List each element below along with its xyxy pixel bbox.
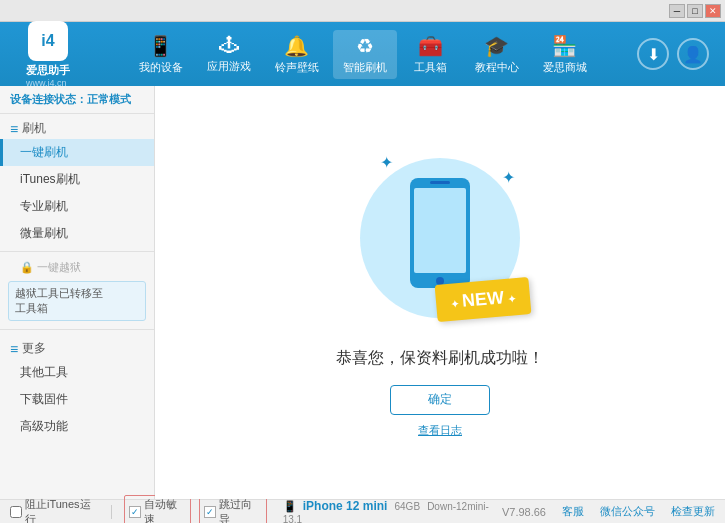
device-icon: 📱	[148, 34, 173, 58]
close-btn[interactable]: ✕	[705, 4, 721, 18]
sidebar: 设备连接状态：正常模式 ≡ 刷机 一键刷机 iTunes刷机 专业刷机 微量刷机…	[0, 86, 155, 499]
sidebar-item-pro-flash[interactable]: 专业刷机	[0, 193, 154, 220]
phone-container: ✦ ✦ NEW	[360, 148, 520, 328]
sparkle1-icon: ✦	[380, 153, 393, 172]
flash-icon: ♻	[356, 34, 374, 58]
titlebar: ─ □ ✕	[0, 0, 725, 22]
svg-rect-1	[414, 188, 466, 273]
nav-apps-games[interactable]: 🕹 应用游戏	[197, 30, 261, 78]
minimize-btn[interactable]: ─	[669, 4, 685, 18]
sidebar-item-advanced[interactable]: 高级功能	[0, 413, 154, 440]
view-log-link[interactable]: 查看日志	[418, 423, 462, 438]
sparkle2-icon: ✦	[502, 168, 515, 187]
confirm-button[interactable]: 确定	[390, 385, 490, 415]
nav-ringtones[interactable]: 🔔 铃声壁纸	[265, 30, 329, 79]
sidebar-item-download-firmware[interactable]: 下载固件	[0, 386, 154, 413]
stop-itunes-checkbox[interactable]	[10, 506, 22, 518]
sidebar-item-itunes-flash[interactable]: iTunes刷机	[0, 166, 154, 193]
device-info: 📱 iPhone 12 mini 64GB Down-12mini-13,1	[283, 499, 502, 524]
divider	[111, 505, 112, 519]
nav-smart-flash[interactable]: ♻ 智能刷机	[333, 30, 397, 79]
sidebar-item-other-tools[interactable]: 其他工具	[0, 359, 154, 386]
ringtone-icon: 🔔	[284, 34, 309, 58]
nav-tutorial[interactable]: 🎓 教程中心	[465, 30, 529, 79]
sidebar-item-wipe-flash[interactable]: 微量刷机	[0, 220, 154, 247]
section-icon: ≡	[10, 121, 18, 137]
nav-mall[interactable]: 🏪 爱思商城	[533, 30, 597, 79]
sidebar-item-one-key-flash[interactable]: 一键刷机	[0, 139, 154, 166]
bottom-right: V7.98.66 客服 微信公众号 检查更新	[502, 504, 715, 519]
toolbox-icon: 🧰	[418, 34, 443, 58]
success-text: 恭喜您，保资料刷机成功啦！	[336, 348, 544, 369]
maximize-btn[interactable]: □	[687, 4, 703, 18]
skip-wizard-checkbox[interactable]	[204, 506, 216, 518]
main: 设备连接状态：正常模式 ≡ 刷机 一键刷机 iTunes刷机 专业刷机 微量刷机…	[0, 86, 725, 499]
content-area: ✦ ✦ NEW 恭喜您，保资料刷机成功啦！ 确定 查看日志	[155, 86, 725, 499]
success-illustration: ✦ ✦ NEW	[360, 148, 520, 328]
sidebar-divider2	[0, 329, 154, 330]
logo[interactable]: i4 爱思助手 www.i4.cn	[8, 21, 88, 88]
bottom-bar: 阻止iTunes运行 自动敏速 跳过向导 📱 iPhone 12 mini 64…	[0, 499, 725, 523]
header-actions: ⬇ 👤	[637, 38, 717, 70]
sidebar-flash-section: ≡ 刷机	[0, 114, 154, 139]
apps-icon: 🕹	[219, 34, 239, 57]
mall-icon: 🏪	[552, 34, 577, 58]
nav: 📱 我的设备 🕹 应用游戏 🔔 铃声壁纸 ♻ 智能刷机 🧰 工具箱 🎓 教程中心…	[88, 30, 637, 79]
sidebar-grayed-jailbreak: 🔒 一键越狱	[0, 256, 154, 277]
auto-flash-checkbox[interactable]	[129, 506, 141, 518]
stop-itunes: 阻止iTunes运行	[10, 497, 99, 524]
sidebar-info-box: 越狱工具已转移至工具箱	[8, 281, 146, 321]
download-btn[interactable]: ⬇	[637, 38, 669, 70]
status-bar: 设备连接状态：正常模式	[0, 86, 154, 114]
new-badge: NEW	[435, 276, 532, 321]
tutorial-icon: 🎓	[484, 34, 509, 58]
nav-my-device[interactable]: 📱 我的设备	[129, 30, 193, 79]
sidebar-divider	[0, 251, 154, 252]
logo-text: 爱思助手 www.i4.cn	[26, 63, 70, 88]
header: i4 爱思助手 www.i4.cn 📱 我的设备 🕹 应用游戏 🔔 铃声壁纸 ♻…	[0, 22, 725, 86]
sidebar-more-section: ≡ 更多	[0, 334, 154, 359]
nav-toolbox[interactable]: 🧰 工具箱	[401, 30, 461, 79]
more-section-icon: ≡	[10, 341, 18, 357]
svg-rect-3	[430, 181, 450, 184]
svg-point-2	[436, 277, 444, 285]
logo-icon: i4	[28, 21, 68, 61]
user-btn[interactable]: 👤	[677, 38, 709, 70]
